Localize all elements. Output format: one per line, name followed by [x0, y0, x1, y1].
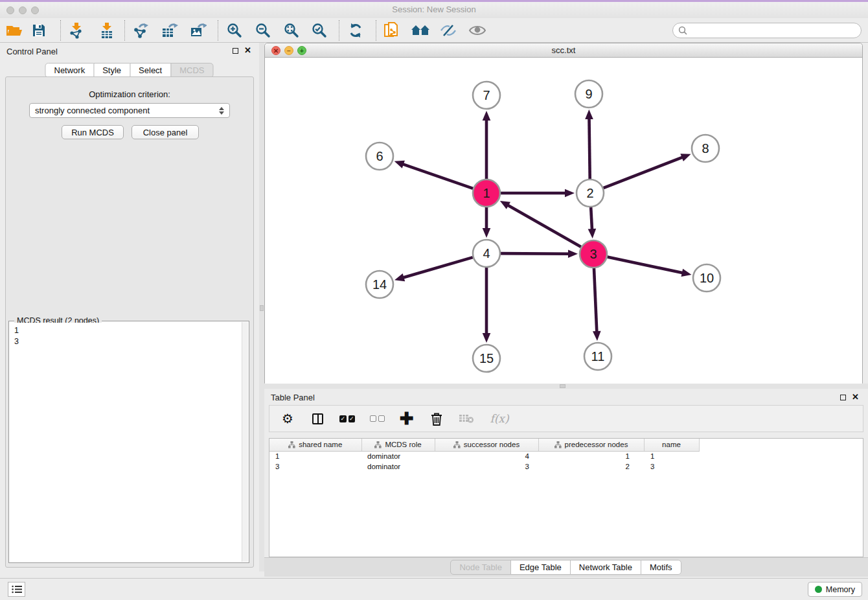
delete-table-button[interactable]: [459, 411, 474, 426]
deselect-all-rows-button[interactable]: [369, 411, 385, 426]
graph-edge-2-3[interactable]: [591, 207, 592, 231]
close-panel-icon[interactable]: ✕: [852, 394, 859, 400]
add-column-button[interactable]: ✚: [399, 411, 415, 426]
import-network-button[interactable]: [67, 21, 86, 40]
graph-node-label: 3: [589, 247, 597, 261]
search-input[interactable]: [672, 23, 862, 38]
cell-shared-name[interactable]: 1: [269, 451, 361, 461]
graph-edge-3-11[interactable]: [594, 268, 597, 334]
export-network-button[interactable]: [131, 21, 151, 40]
open-session-button[interactable]: [5, 21, 24, 40]
cell-successor-nodes[interactable]: 3: [435, 461, 538, 472]
graph-edge-3-1[interactable]: [506, 204, 580, 247]
network-window-titlebar[interactable]: ✕ − + scc.txt: [265, 43, 862, 58]
column-header-predecessor-nodes[interactable]: predecessor nodes: [538, 439, 644, 451]
graph-edge-arrowhead: [588, 229, 597, 238]
network-graph[interactable]: 7968124314101511: [265, 58, 862, 384]
cell-mcds-role[interactable]: dominator: [361, 461, 435, 472]
save-session-button[interactable]: [29, 21, 49, 40]
mcds-result-text[interactable]: 1 3: [10, 323, 241, 562]
cell-shared-name[interactable]: 3: [269, 461, 361, 472]
export-table-button[interactable]: [160, 21, 179, 40]
column-header-name[interactable]: name: [644, 439, 699, 451]
close-panel-button[interactable]: Close panel: [131, 125, 199, 139]
duplicate-network-button[interactable]: [382, 21, 402, 40]
tab-edge-table[interactable]: Edge Table: [510, 560, 571, 575]
column-header-shared-name[interactable]: shared name: [269, 439, 361, 451]
export-network-icon: [133, 22, 150, 39]
toolbar-separator: [60, 20, 61, 41]
zoom-in-button[interactable]: [225, 21, 244, 40]
float-panel-icon[interactable]: [233, 48, 238, 54]
zoom-in-icon: [227, 23, 242, 38]
import-table-button[interactable]: [97, 21, 117, 40]
tab-mcds[interactable]: MCDS: [170, 63, 213, 78]
cell-predecessor-nodes[interactable]: 1: [538, 451, 644, 461]
select-all-rows-button[interactable]: ✓✓: [339, 411, 355, 426]
export-image-button[interactable]: [188, 21, 208, 40]
window-title: Session: New Session: [0, 5, 868, 14]
tab-motifs[interactable]: Motifs: [641, 560, 681, 575]
node-table[interactable]: shared name MCDS role successor nodes pr…: [269, 438, 863, 557]
show-log-button[interactable]: [8, 582, 25, 597]
export-image-icon: [190, 22, 207, 39]
cell-mcds-role[interactable]: dominator: [361, 451, 435, 461]
memory-status-icon: [815, 586, 822, 593]
run-mcds-button[interactable]: Run MCDS: [62, 125, 124, 139]
splitter-grip[interactable]: [560, 384, 565, 388]
cell-successor-nodes[interactable]: 4: [435, 451, 538, 461]
tab-node-table[interactable]: Node Table: [450, 560, 511, 575]
network-canvas[interactable]: 7968124314101511: [265, 58, 862, 384]
graph-edge-arrowhead: [585, 110, 593, 119]
tab-network-table[interactable]: Network Table: [570, 560, 641, 575]
column-header-successor-nodes[interactable]: successor nodes: [435, 439, 538, 451]
graph-edge-arrowhead: [680, 154, 691, 161]
select-stepper-icon: [219, 107, 224, 115]
splitter-grip[interactable]: [260, 305, 264, 311]
graph-edge-2-9[interactable]: [589, 117, 589, 179]
optimization-criterion-select[interactable]: strongly connected component: [29, 103, 230, 118]
column-header-mcds-role[interactable]: MCDS role: [361, 439, 435, 451]
graph-edge-1-6[interactable]: [401, 163, 473, 188]
graph-edge-4-14[interactable]: [402, 257, 473, 278]
home-view-button[interactable]: [411, 21, 430, 40]
zoom-out-button[interactable]: [253, 21, 273, 40]
graph-edge-3-10[interactable]: [608, 257, 685, 273]
table-row[interactable]: 3 dominator 3 2 3: [269, 461, 699, 472]
titlebar[interactable]: Session: New Session: [0, 2, 868, 18]
graph-edge-arrowhead: [483, 333, 491, 343]
vertical-splitter[interactable]: [259, 43, 264, 571]
delete-column-button[interactable]: [429, 411, 444, 426]
float-panel-icon[interactable]: [840, 395, 846, 400]
apply-layout-button[interactable]: [346, 21, 365, 40]
close-panel-icon[interactable]: ✕: [244, 47, 251, 54]
show-columns-button[interactable]: [310, 411, 325, 426]
graph-edge-4-3[interactable]: [501, 253, 571, 254]
graph-edge-arrowhead: [593, 331, 601, 341]
tab-style[interactable]: Style: [93, 63, 130, 78]
result-scrollbar[interactable]: [242, 322, 248, 562]
mcds-panel: Optimization criterion: strongly connect…: [5, 76, 254, 568]
tab-select[interactable]: Select: [130, 63, 171, 78]
graph-node-label: 4: [483, 246, 490, 260]
cell-name[interactable]: 1: [644, 451, 699, 461]
cell-name[interactable]: 3: [644, 461, 699, 472]
zoom-selected-button[interactable]: [310, 21, 329, 40]
table-row[interactable]: 1 dominator 4 1 1: [269, 451, 699, 461]
show-graphics-button[interactable]: [468, 21, 487, 40]
attribute-type-icon: [374, 441, 382, 448]
eye-icon: [469, 25, 486, 36]
cell-predecessor-nodes[interactable]: 2: [538, 461, 644, 472]
apply-function-button[interactable]: f(x): [488, 411, 510, 426]
zoom-out-icon: [255, 23, 271, 38]
tab-network[interactable]: Network: [45, 63, 94, 78]
memory-button[interactable]: Memory: [808, 582, 862, 597]
horizontal-splitter[interactable]: [264, 384, 868, 389]
table-settings-button[interactable]: ⚙: [280, 411, 295, 426]
status-bar: Memory: [0, 578, 868, 600]
graph-edge-2-8[interactable]: [604, 157, 685, 188]
eye-slash-icon: [440, 24, 457, 37]
zoom-fit-button[interactable]: [282, 21, 301, 40]
hide-ui-button[interactable]: [439, 21, 458, 40]
list-icon: [12, 585, 22, 594]
